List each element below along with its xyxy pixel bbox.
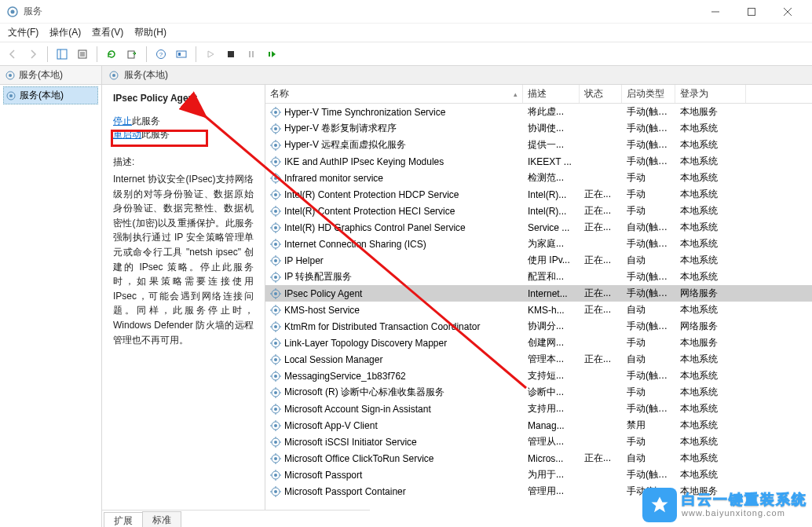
svg-rect-18 <box>249 51 251 57</box>
service-name: Microsoft App-V Client <box>284 420 378 431</box>
service-row[interactable]: Internet Connection Sharing (ICS)为家庭...手… <box>265 236 812 252</box>
service-row[interactable]: Microsoft Office ClickToRun ServiceMicro… <box>265 450 812 467</box>
svg-point-76 <box>274 243 277 246</box>
watermark-logo <box>642 488 677 522</box>
service-logon: 本地系统 <box>675 468 746 481</box>
maximize-button[interactable] <box>733 0 770 24</box>
service-row[interactable]: Local Session Manager管理本...正在...自动本地系统 <box>265 351 812 368</box>
svg-point-70 <box>274 226 277 229</box>
service-startup: 手动(触发... <box>622 105 675 119</box>
service-logon: 本地系统 <box>675 435 746 448</box>
service-startup: 手动 <box>622 171 675 185</box>
help-button[interactable]: ? <box>152 45 170 64</box>
gear-icon <box>270 156 281 167</box>
description-text: Internet 协议安全(IPsec)支持网络级别的对等身份验证、数据原始身份… <box>113 172 254 347</box>
service-row[interactable]: Intel(R) Content Protection HDCP Service… <box>265 186 812 203</box>
service-startup: 自动 <box>622 254 675 267</box>
svg-point-58 <box>274 193 277 196</box>
tab-standard[interactable]: 标准 <box>142 511 181 527</box>
close-button[interactable] <box>770 0 806 24</box>
service-logon: 本地系统 <box>675 188 746 201</box>
service-row[interactable]: Microsoft (R) 诊断中心标准收集器服务诊断中...手动本地系统 <box>265 384 812 401</box>
svg-point-22 <box>9 74 12 77</box>
column-name[interactable]: 名称▴ <box>265 85 523 103</box>
gear-icon <box>270 123 281 134</box>
service-status: 正在... <box>580 221 622 234</box>
properties-button[interactable] <box>73 45 92 64</box>
minimize-button[interactable] <box>697 0 733 24</box>
menu-action[interactable]: 操作(A) <box>49 26 81 39</box>
service-row[interactable]: IP 转换配置服务配置和...手动(触发...本地系统 <box>265 269 812 285</box>
service-name: Microsoft Passport <box>284 470 362 481</box>
service-row[interactable]: Link-Layer Topology Discovery Mapper创建网.… <box>265 335 812 351</box>
back-button[interactable] <box>3 45 22 64</box>
stop-service-link[interactable]: 停止 <box>113 115 132 126</box>
service-status: 正在... <box>580 254 622 267</box>
service-row[interactable]: IPsec Policy AgentInternet...正在...手动(触发.… <box>265 285 812 302</box>
service-startup: 自动(触发... <box>622 221 675 234</box>
service-desc: 为用于... <box>523 468 580 481</box>
start-service-button[interactable] <box>201 45 220 64</box>
service-row[interactable]: Microsoft App-V ClientManag...禁用本地系统 <box>265 417 812 434</box>
service-row[interactable]: Hyper-V 卷影复制请求程序协调使...手动(触发...本地系统 <box>265 120 812 137</box>
service-startup: 手动 <box>622 435 675 448</box>
toolbar-separator <box>47 46 48 62</box>
svg-point-166 <box>274 490 277 493</box>
menu-file[interactable]: 文件(F) <box>8 26 38 39</box>
gear-icon <box>5 90 16 101</box>
stop-service-button[interactable] <box>221 45 240 64</box>
right-pane: 服务(本地) IPsec Policy Agent 停止此服务 重启动此服务 描… <box>102 66 812 527</box>
menu-view[interactable]: 查看(V) <box>92 26 123 39</box>
service-row[interactable]: MessagingService_1b83f762支持短...手动(触发...本… <box>265 368 812 384</box>
service-desc: 管理本... <box>523 353 580 366</box>
service-startup: 手动(触发... <box>622 237 675 251</box>
svg-point-40 <box>274 144 277 147</box>
service-row[interactable]: Microsoft Passport为用于...手动(触发...本地系统 <box>265 467 812 483</box>
column-logon[interactable]: 登录为 <box>675 85 746 103</box>
tree-node-services-local[interactable]: 服务(本地) <box>3 86 98 104</box>
service-logon: 本地系统 <box>675 204 746 218</box>
export-button[interactable] <box>123 45 141 64</box>
svg-point-112 <box>274 342 277 345</box>
pause-service-button[interactable] <box>242 45 261 64</box>
service-row[interactable]: IP Helper使用 IPv...正在...自动本地系统 <box>265 252 812 269</box>
menu-help[interactable]: 帮助(H) <box>134 26 166 39</box>
service-row[interactable]: Intel(R) HD Graphics Control Panel Servi… <box>265 219 812 236</box>
service-startup: 手动(触发... <box>622 369 675 382</box>
snap-in-button[interactable] <box>172 45 191 64</box>
restart-service-suffix: 此服务 <box>141 129 170 140</box>
service-logon: 本地系统 <box>675 353 746 366</box>
service-row[interactable]: Microsoft Account Sign-in Assistant支持用..… <box>265 401 812 417</box>
column-startup[interactable]: 启动类型 <box>622 85 675 103</box>
column-status[interactable]: 状态 <box>580 85 622 103</box>
service-row[interactable]: Hyper-V Time Synchronization Service将此虚.… <box>265 104 812 120</box>
service-row[interactable]: Infrared monitor service检测范...手动本地系统 <box>265 170 812 186</box>
toolbar: ? <box>0 42 812 66</box>
tab-extended[interactable]: 扩展 <box>104 512 143 527</box>
service-name: Intel(R) Content Protection HDCP Service <box>284 189 459 200</box>
service-row[interactable]: Hyper-V 远程桌面虚拟化服务提供一...手动(触发...本地系统 <box>265 137 812 153</box>
forward-button[interactable] <box>24 45 42 64</box>
service-status: 正在... <box>580 452 622 465</box>
refresh-button[interactable] <box>102 45 121 64</box>
service-row[interactable]: Intel(R) Content Protection HECI Service… <box>265 203 812 219</box>
restart-service-link[interactable]: 重启动 <box>113 129 141 140</box>
gear-icon <box>270 354 281 365</box>
service-row[interactable]: Microsoft iSCSI Initiator Service管理从...手… <box>265 434 812 450</box>
service-desc: 协调使... <box>523 122 580 135</box>
column-description[interactable]: 描述 <box>523 85 580 103</box>
service-name: Hyper-V 卷影复制请求程序 <box>284 122 397 135</box>
show-hide-tree-button[interactable] <box>53 45 71 64</box>
service-name: MessagingService_1b83f762 <box>284 371 406 382</box>
service-row[interactable]: KtmRm for Distributed Transaction Coordi… <box>265 318 812 335</box>
gear-icon <box>270 420 281 431</box>
service-row[interactable]: KMS-host ServiceKMS-h...正在...自动本地系统 <box>265 302 812 318</box>
svg-point-1 <box>11 9 15 13</box>
title-bar: 服务 <box>0 0 812 24</box>
gear-icon <box>270 272 281 283</box>
service-row[interactable]: IKE and AuthIP IPsec Keying ModulesIKEEX… <box>265 153 812 170</box>
description-label: 描述: <box>113 156 254 169</box>
service-desc: 将此虚... <box>523 105 580 119</box>
service-desc: 协调分... <box>523 320 580 333</box>
restart-service-button[interactable] <box>262 45 281 64</box>
